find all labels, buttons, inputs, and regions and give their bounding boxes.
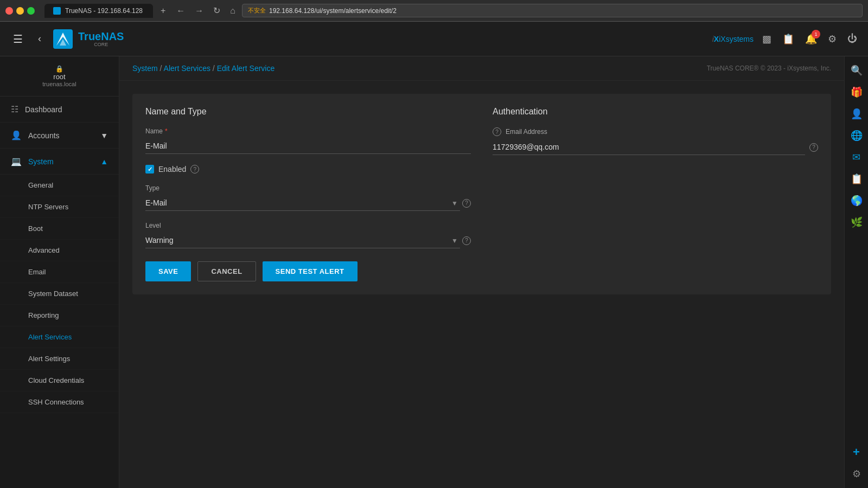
- refresh-btn[interactable]: ↻: [210, 4, 224, 17]
- plus-icon: +: [853, 445, 860, 459]
- save-button[interactable]: SAVE: [145, 261, 191, 281]
- breadcrumb-sep-2: /: [213, 64, 217, 73]
- section-name-type: Name and Type Name * ✓: [145, 107, 471, 281]
- sidebar-item-accounts[interactable]: 👤 Accounts ▼: [0, 123, 119, 149]
- submenu-label: Alert Settings: [28, 355, 70, 363]
- sidebar-item-system[interactable]: 💻 System ▲: [0, 149, 119, 175]
- submenu-label: Advanced: [28, 246, 60, 254]
- submenu-ntp-servers[interactable]: NTP Servers: [0, 196, 119, 218]
- form-sections: Name and Type Name * ✓: [145, 107, 818, 281]
- window-min-btn[interactable]: [16, 7, 24, 15]
- nav-back-btn[interactable]: ‹: [34, 31, 46, 47]
- rs-user-btn[interactable]: 👤: [847, 104, 866, 124]
- truenas-icon-btn[interactable]: ▩: [760, 31, 774, 47]
- browser-tab[interactable]: TrueNAS - 192.168.64.128: [44, 4, 153, 18]
- address-bar[interactable]: 不安全 192.168.64.128/ui/system/alertservic…: [242, 4, 863, 17]
- submenu-label: SSH Connections: [28, 398, 84, 406]
- app-container: ☰ ‹ TrueNAS CORE iXiXsystems ▩ 📋: [0, 22, 868, 488]
- submenu-cloud-credentials[interactable]: Cloud Credentials: [0, 370, 119, 391]
- email-field-help-icon[interactable]: ?: [809, 143, 818, 152]
- chevron-right-icon: ▼: [100, 131, 108, 140]
- email-input[interactable]: [493, 139, 805, 155]
- breadcrumb-path: System / Alert Services / Edit Alert Ser…: [132, 64, 275, 73]
- email-label: ? Email Address: [493, 127, 818, 136]
- username: root: [9, 73, 110, 81]
- accounts-icon: 👤: [11, 130, 22, 140]
- new-tab-btn[interactable]: +: [157, 5, 169, 17]
- submenu-alert-services[interactable]: Alert Services: [0, 326, 119, 348]
- settings-btn[interactable]: ⚙: [826, 31, 839, 47]
- window-max-btn[interactable]: [27, 7, 35, 15]
- required-star: *: [165, 127, 168, 135]
- rs-package-btn[interactable]: 🎁: [847, 82, 866, 102]
- submenu-system-dataset[interactable]: System Dataset: [0, 283, 119, 305]
- submenu-label: Cloud Credentials: [28, 376, 84, 384]
- logo-text-area: TrueNAS CORE: [78, 31, 124, 47]
- submenu-email[interactable]: Email: [0, 261, 119, 283]
- cancel-button[interactable]: CANCEL: [197, 261, 256, 281]
- submenu-advanced[interactable]: Advanced: [0, 240, 119, 261]
- sidebar-item-dashboard[interactable]: ☷ Dashboard: [0, 97, 119, 123]
- enabled-label: Enabled: [158, 165, 186, 174]
- submenu-reporting[interactable]: Reporting: [0, 305, 119, 326]
- rs-mail-btn[interactable]: ✉: [847, 147, 866, 167]
- rs-add-btn[interactable]: +: [847, 442, 866, 462]
- submenu-boot[interactable]: Boot: [0, 218, 119, 240]
- rs-globe-btn[interactable]: 🌐: [847, 126, 866, 145]
- rs-task-btn[interactable]: 📋: [847, 169, 866, 189]
- submenu-label: System Dataset: [28, 290, 78, 298]
- logo-name: TrueNAS: [78, 31, 124, 42]
- enabled-checkbox[interactable]: ✓: [145, 165, 154, 174]
- enabled-help-icon[interactable]: ?: [190, 165, 199, 174]
- user-info: 🔒 root truenas.local: [0, 56, 119, 97]
- submenu-alert-settings[interactable]: Alert Settings: [0, 348, 119, 370]
- submenu-general[interactable]: General: [0, 175, 119, 196]
- section-title-auth: Authentication: [493, 107, 818, 117]
- rs-search-btn[interactable]: 🔍: [847, 61, 866, 80]
- breadcrumb-alert-services[interactable]: Alert Services: [164, 64, 210, 73]
- name-label: Name *: [145, 127, 471, 135]
- type-help-icon[interactable]: ?: [462, 199, 471, 208]
- lock-icon: 🔒: [9, 65, 110, 73]
- level-select[interactable]: Info Notice Warning Error Critical Alert…: [145, 233, 460, 248]
- hamburger-btn[interactable]: ☰: [9, 30, 27, 48]
- browser-nav: ← → ↻ ⌂ 不安全 192.168.64.128/ui/system/ale…: [173, 4, 863, 17]
- truenas-logo-icon: [52, 28, 74, 50]
- home-btn[interactable]: ⌂: [227, 5, 239, 17]
- right-sidebar: 🔍 🎁 👤 🌐 ✉ 📋 🌎 🌿 + ⚙: [844, 56, 868, 488]
- sidebar-item-left: 👤 Accounts: [11, 130, 60, 140]
- top-nav: ☰ ‹ TrueNAS CORE iXiXsystems ▩ 📋: [0, 22, 868, 56]
- level-help-icon[interactable]: ?: [462, 236, 471, 245]
- content-area: 🔒 root truenas.local ☷ Dashboard 👤 Accou…: [0, 56, 868, 488]
- window-close-btn[interactable]: [5, 7, 13, 15]
- clipboard-btn[interactable]: 📋: [780, 31, 796, 47]
- breadcrumb-sep-1: /: [160, 64, 164, 73]
- breadcrumb: System / Alert Services / Edit Alert Ser…: [119, 56, 844, 81]
- top-right: iXiXsystems ▩ 📋 🔔 1 ⚙ ⏻: [712, 31, 859, 47]
- submenu-ssh-connections[interactable]: SSH Connections: [0, 391, 119, 413]
- sidebar: 🔒 root truenas.local ☷ Dashboard 👤 Accou…: [0, 56, 119, 488]
- main-content: System / Alert Services / Edit Alert Ser…: [119, 56, 844, 488]
- name-input[interactable]: [145, 138, 471, 154]
- rs-leaf-btn[interactable]: 🌿: [847, 213, 866, 232]
- type-label: Type: [145, 184, 471, 192]
- submenu-label: NTP Servers: [28, 203, 68, 211]
- submenu-label: General: [28, 181, 53, 189]
- forward-nav-btn[interactable]: →: [192, 5, 207, 17]
- tab-favicon: [53, 7, 61, 15]
- type-select[interactable]: E-Mail Slack PagerDuty OpsGenie VictorOp…: [145, 195, 460, 211]
- notifications-btn[interactable]: 🔔 1: [803, 31, 819, 47]
- submenu-label: Reporting: [28, 311, 59, 319]
- logo-box: TrueNAS CORE: [52, 28, 124, 50]
- back-nav-btn[interactable]: ←: [173, 5, 188, 17]
- rs-network-btn[interactable]: 🌎: [847, 191, 866, 210]
- breadcrumb-system[interactable]: System: [132, 64, 158, 73]
- logo-sub: CORE: [78, 42, 124, 47]
- send-test-alert-button[interactable]: SEND TEST ALERT: [263, 261, 358, 281]
- rs-settings-gear-btn[interactable]: ⚙: [847, 464, 866, 484]
- copyright-text: TrueNAS CORE® © 2023 - iXsystems, Inc.: [707, 65, 831, 72]
- power-btn[interactable]: ⏻: [845, 31, 859, 47]
- email-help-icon[interactable]: ?: [493, 127, 501, 136]
- enabled-row: ✓ Enabled ?: [145, 165, 471, 174]
- window-controls: [5, 7, 35, 15]
